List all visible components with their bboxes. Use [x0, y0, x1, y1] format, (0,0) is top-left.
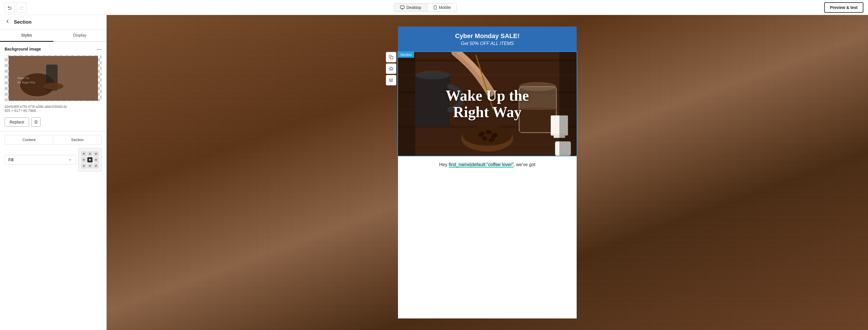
svg-point-25	[415, 71, 450, 79]
fill-select[interactable]: Fill	[5, 155, 76, 165]
left-panel: Section Styles Display Background image …	[0, 15, 106, 330]
canvas-area: Cyber Monday SALE! Get 50% OFF ALL ITEMS…	[106, 15, 868, 330]
bg-section-label: Background image	[5, 47, 41, 51]
position-grid-container	[78, 148, 102, 172]
main-layout: Section Styles Display Background image …	[0, 15, 868, 330]
coffee-image: Wake Up the Right Way	[398, 52, 577, 156]
coffee-section-block[interactable]: Section	[398, 52, 577, 156]
image-preview: Wake Up the Right Way	[5, 55, 102, 101]
image-meta: d2e5c80f-e7f4-473f-a38b-a8dc030d0c3c 925…	[5, 105, 102, 113]
svg-text:Wake Up: Wake Up	[17, 76, 29, 80]
favorite-section-button[interactable]	[386, 63, 396, 74]
section-badge: Section	[398, 52, 414, 58]
main-toolbar: Desktop Mobile Preview & test	[0, 0, 868, 15]
replace-button[interactable]: Replace	[5, 117, 29, 127]
panel-tabs: Styles Display	[0, 29, 106, 42]
fill-row: Fill	[0, 148, 106, 176]
pos-top-right[interactable]	[93, 151, 98, 156]
headline-line1: Wake Up the	[446, 87, 529, 104]
delete-section-button[interactable]	[386, 75, 396, 85]
divider	[0, 131, 106, 132]
preview-test-button[interactable]: Preview & test	[824, 2, 863, 13]
image-actions: Replace	[5, 117, 102, 127]
panel-title: Section	[14, 19, 31, 25]
mobile-label: Mobile	[439, 5, 451, 10]
pos-bot-center[interactable]	[87, 163, 93, 168]
toolbar-right: Preview & test	[824, 2, 863, 13]
email-column: Cyber Monday SALE! Get 50% OFF ALL ITEMS…	[398, 27, 577, 319]
background-image-section: Background image —	[0, 42, 106, 131]
back-button[interactable]	[5, 19, 10, 26]
preview-image: Wake Up the Right Way	[9, 56, 98, 101]
delete-image-button[interactable]	[31, 117, 41, 127]
body-text-after: , we've got	[514, 162, 535, 167]
svg-rect-0	[401, 6, 404, 8]
headline-line2: Right Way	[446, 104, 529, 120]
pos-top-center[interactable]	[87, 151, 93, 156]
toolbar-left	[5, 2, 27, 13]
email-banner: Cyber Monday SALE! Get 50% OFF ALL ITEMS	[398, 27, 577, 52]
sub-tab-content[interactable]: Content	[5, 135, 53, 144]
position-grid	[80, 150, 100, 170]
svg-rect-3	[434, 6, 436, 9]
device-toggle: Desktop Mobile	[394, 3, 457, 12]
fill-label: Fill	[8, 158, 13, 162]
tab-display[interactable]: Display	[53, 29, 106, 42]
section-toolbar	[386, 52, 396, 85]
svg-rect-24	[415, 75, 450, 127]
pos-center[interactable]	[87, 157, 93, 162]
svg-marker-16	[389, 66, 393, 71]
svg-point-12	[43, 83, 63, 90]
body-text: Hey first_name|default:"coffee lover", w…	[439, 162, 535, 168]
pos-mid-right[interactable]	[93, 157, 98, 162]
pos-mid-left[interactable]	[81, 157, 87, 162]
canvas-bg: Cyber Monday SALE! Get 50% OFF ALL ITEMS…	[106, 15, 868, 330]
mobile-button[interactable]: Mobile	[427, 3, 457, 11]
svg-text:the Right Way: the Right Way	[17, 81, 36, 84]
email-body-section: Hey first_name|default:"coffee lover", w…	[398, 156, 577, 173]
tab-styles[interactable]: Styles	[0, 29, 53, 42]
desktop-label: Desktop	[406, 5, 421, 10]
bg-section-header: Background image —	[5, 47, 102, 52]
undo-redo-group	[5, 2, 27, 13]
undo-button[interactable]	[5, 2, 15, 13]
svg-rect-42	[398, 52, 415, 156]
svg-point-31	[463, 126, 512, 146]
sub-tabs: Content Section	[5, 135, 102, 144]
image-id: d2e5c80f-e7f4-473f-a38b-a8dc030d0c3c	[5, 105, 102, 109]
image-dims: 925 × 617 • 95.79kB	[5, 109, 102, 113]
toolbar-center: Desktop Mobile	[394, 3, 457, 12]
chevron-down-icon	[68, 158, 72, 162]
svg-rect-43	[559, 52, 577, 156]
desktop-button[interactable]: Desktop	[394, 3, 427, 11]
body-text-before: Hey	[439, 162, 449, 167]
redo-button[interactable]	[16, 2, 27, 13]
pos-bot-left[interactable]	[81, 163, 87, 168]
collapse-button[interactable]: —	[97, 47, 102, 52]
body-text-variable: first_name|default:"coffee lover"	[449, 162, 514, 168]
banner-title: Cyber Monday SALE!	[404, 32, 571, 40]
panel-header: Section	[0, 15, 106, 29]
pos-bot-right[interactable]	[93, 163, 98, 168]
svg-rect-15	[391, 57, 393, 59]
sub-tab-section[interactable]: Section	[53, 135, 102, 144]
coffee-headline: Wake Up the Right Way	[446, 87, 529, 120]
pos-top-left[interactable]	[81, 151, 87, 156]
banner-subtitle: Get 50% OFF ALL ITEMS	[404, 41, 571, 46]
copy-section-button[interactable]	[386, 52, 396, 62]
